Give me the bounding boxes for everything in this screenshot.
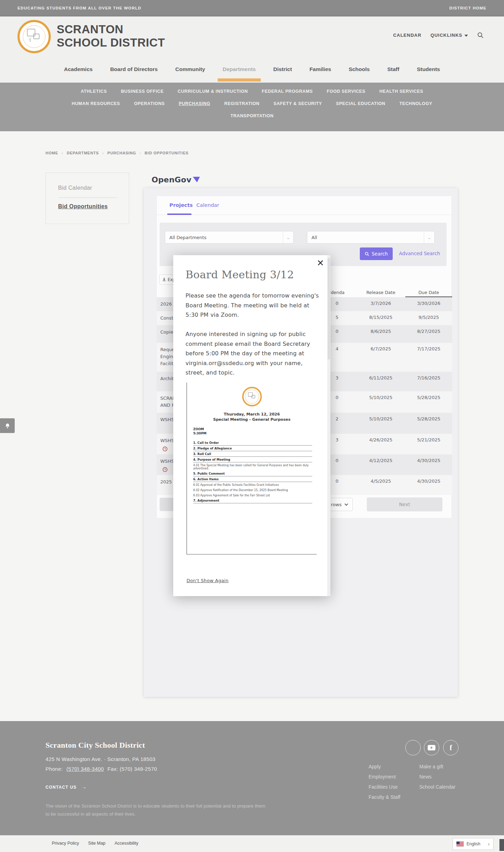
- opengov-flag-icon: [192, 177, 200, 183]
- nav-students[interactable]: Students: [416, 57, 441, 82]
- departments-filter-dropdown[interactable]: All Departments ⌄: [165, 231, 294, 244]
- footer-link-school-calendar[interactable]: School Calendar: [419, 784, 456, 790]
- chevron-down-icon: ⌄: [283, 231, 293, 243]
- sidebar-item-bid-calendar[interactable]: Bid Calendar: [58, 185, 129, 191]
- departments-filter-value: All Departments: [169, 235, 206, 240]
- subnav-safety-security[interactable]: SAFETY & SECURITY: [274, 101, 322, 106]
- footer-link-news[interactable]: News: [419, 774, 432, 780]
- download-icon: [162, 278, 166, 281]
- legal-bar: Privacy Policy Site Map Accessibility En…: [0, 835, 504, 852]
- column-release-date[interactable]: Release Date: [356, 288, 405, 297]
- type-filter-value: All: [312, 235, 317, 240]
- subnav-health-services[interactable]: HEALTH SERVICES: [379, 89, 423, 94]
- sidebar-item-bid-opportunities[interactable]: Bid Opportunities: [58, 203, 129, 210]
- footer-link-facilities-use[interactable]: Facilities Use: [369, 784, 398, 790]
- subnav-registration[interactable]: REGISTRATION: [224, 101, 260, 106]
- due-date: 5/21/2025: [405, 434, 452, 454]
- social-link-1[interactable]: [405, 740, 421, 755]
- type-filter-dropdown[interactable]: All ⌄: [307, 231, 435, 244]
- seal-school-sketch: [26, 28, 42, 44]
- district-seal-logo[interactable]: [18, 20, 51, 53]
- breadcrumb-separator: ›: [102, 151, 104, 155]
- breadcrumb-separator: ›: [140, 151, 141, 155]
- district-home-link[interactable]: DISTRICT HOME: [449, 6, 486, 10]
- subnav-operations[interactable]: OPERATIONS: [134, 101, 165, 106]
- subnav-federal-programs[interactable]: FEDERAL PROGRAMS: [262, 89, 313, 94]
- subnav-food-services[interactable]: FOOD SERVICES: [327, 89, 365, 94]
- quicklinks-label: QUICKLINKS: [430, 33, 462, 38]
- footer-link-employment[interactable]: Employment: [369, 774, 396, 780]
- search-icon[interactable]: [477, 32, 484, 39]
- quicklinks-menu[interactable]: QUICKLINKS: [430, 33, 468, 38]
- site-title: SCRANTON SCHOOL DISTRICT: [57, 23, 165, 49]
- release-date: 5/10/2025: [356, 391, 405, 413]
- breadcrumb-home[interactable]: HOME: [46, 151, 58, 155]
- nav-academics[interactable]: Academics: [63, 57, 93, 82]
- subnav-human-resources[interactable]: HUMAN RESOURCES: [72, 101, 120, 106]
- portal-tabs: Projects Calendar: [157, 196, 451, 215]
- breadcrumb: HOME›DEPARTMENTS›PURCHASING›BID OPPORTUN…: [46, 151, 189, 155]
- breadcrumb-departments[interactable]: DEPARTMENTS: [67, 151, 99, 155]
- nav-staff[interactable]: Staff: [386, 57, 400, 82]
- nav-families[interactable]: Families: [309, 57, 332, 82]
- footer-district-name: Scranton City School District: [46, 741, 145, 750]
- nav-schools[interactable]: Schools: [348, 57, 370, 82]
- footer-address: 425 N Washington Ave. · Scranton, PA 185…: [46, 756, 155, 762]
- next-page-button[interactable]: Next: [367, 497, 442, 511]
- subnav-transportation[interactable]: TRANSPORTATION: [230, 113, 273, 118]
- modal-scrollbar-thumb[interactable]: [328, 258, 330, 359]
- close-icon[interactable]: ✕: [317, 259, 324, 267]
- due-date: 4/30/2025: [405, 454, 452, 475]
- breadcrumb-purchasing[interactable]: PURCHASING: [107, 151, 136, 155]
- main-navigation: Academics Board of Directors Community D…: [0, 56, 504, 83]
- phone-link[interactable]: (570) 348-3400: [66, 766, 104, 772]
- privacy-policy-link[interactable]: Privacy Policy: [52, 841, 79, 846]
- breadcrumb-current: BID OPPORTUNITIES: [145, 151, 188, 155]
- calendar-link[interactable]: CALENDAR: [393, 33, 421, 38]
- footer-link-apply[interactable]: Apply: [369, 764, 381, 769]
- subnav-purchasing[interactable]: PURCHASING: [179, 101, 210, 106]
- advanced-search-link[interactable]: Advanced Search: [399, 251, 440, 256]
- chevron-down-icon: [344, 503, 348, 506]
- subnav-athletics[interactable]: ATHLETICS: [81, 89, 107, 94]
- nav-district[interactable]: District: [273, 57, 293, 82]
- column-due-date-sorted[interactable]: Due Date: [405, 288, 452, 297]
- agenda-subitem: 6.01 Approval of the Public Schools Faci…: [193, 482, 312, 487]
- page-scrollbar-thumb[interactable]: [499, 839, 504, 851]
- footer-link-make-a-gift[interactable]: Make a gift: [419, 764, 443, 769]
- chevron-down-icon: ⌄: [424, 231, 434, 243]
- release-date: 5/10/2025: [356, 413, 405, 434]
- dont-show-again-link[interactable]: Don't Show Again: [187, 578, 229, 583]
- agenda-subitem: 6.03 Approve Agreement of Sale for the F…: [193, 493, 312, 498]
- due-date: 7/17/2025: [405, 343, 452, 372]
- nav-departments[interactable]: Departments: [222, 57, 257, 82]
- search-button[interactable]: Search: [360, 247, 393, 260]
- subnav-business-office[interactable]: BUSINESS OFFICE: [121, 89, 163, 94]
- contact-us-link[interactable]: CONTACT US →: [46, 784, 87, 790]
- modal-scrollbar[interactable]: [327, 255, 330, 596]
- youtube-link[interactable]: [424, 740, 439, 755]
- top-utility-bar: EDUCATING STUDENTS FROM ALL OVER THE WOR…: [0, 0, 504, 16]
- subnav-technology[interactable]: TECHNOLOGY: [399, 101, 432, 106]
- agenda-items: 1. Call to Order 2. Pledge of Allegiance…: [193, 440, 312, 503]
- due-date: 5/28/2025: [405, 413, 452, 434]
- tab-projects[interactable]: Projects: [169, 202, 193, 208]
- subnav-special-education[interactable]: SPECIAL EDUCATION: [336, 101, 385, 106]
- site-map-link[interactable]: Site Map: [88, 841, 105, 846]
- alerts-bell-tab[interactable]: [0, 418, 15, 433]
- page-content: HOME›DEPARTMENTS›PURCHASING›BID OPPORTUN…: [0, 131, 504, 721]
- language-selector[interactable]: English ›: [453, 838, 493, 850]
- facebook-link[interactable]: f: [443, 740, 458, 755]
- accessibility-link[interactable]: Accessibility: [114, 841, 138, 846]
- facebook-icon: f: [450, 744, 452, 752]
- arrow-right-icon: →: [82, 784, 87, 790]
- footer-link-faculty-staff[interactable]: Faculty & Staff: [369, 794, 400, 800]
- fax-number: Fax: (570) 348-2570: [107, 766, 157, 772]
- nav-board-of-directors[interactable]: Board of Directors: [110, 57, 159, 82]
- due-date: 7/16/2025: [405, 372, 452, 391]
- nav-community[interactable]: Community: [175, 57, 206, 82]
- subnav-curriculum-instruction[interactable]: CURRICULUM & INSTRUCTION: [178, 89, 248, 94]
- tab-calendar[interactable]: Calendar: [196, 202, 219, 208]
- agenda-item: 1. Call to Order: [193, 440, 312, 446]
- site-footer: Scranton City School District 425 N Wash…: [0, 721, 504, 835]
